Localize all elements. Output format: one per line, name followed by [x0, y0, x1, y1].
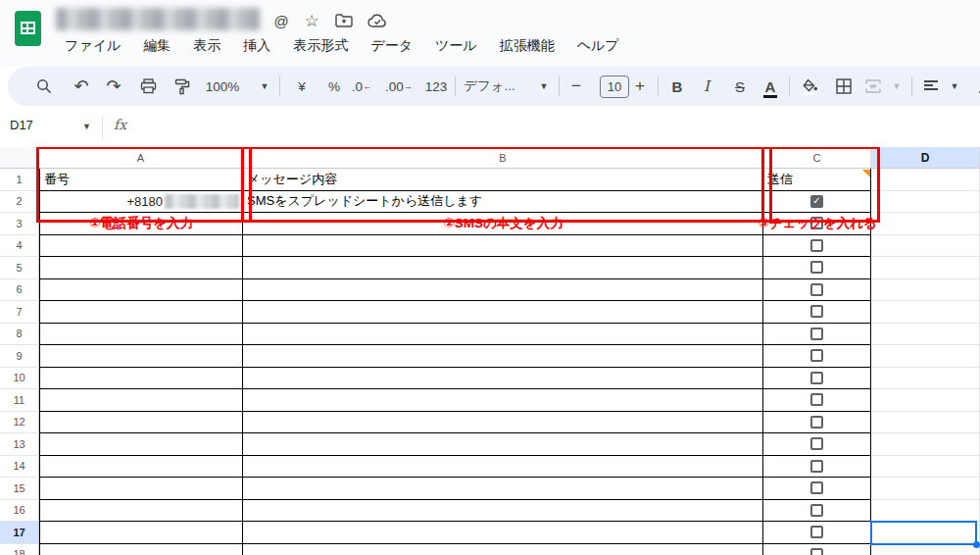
- row-header-13[interactable]: 13: [0, 433, 39, 456]
- row-header-9[interactable]: 9: [0, 345, 39, 368]
- cell-B7[interactable]: [243, 301, 763, 324]
- text-color-button[interactable]: A: [757, 73, 784, 100]
- cell-A12[interactable]: [39, 412, 243, 434]
- redo-icon[interactable]: ↷: [100, 73, 127, 100]
- paint-format-icon[interactable]: [169, 73, 196, 100]
- cell-B15[interactable]: [243, 478, 763, 500]
- cell-C1[interactable]: 送信: [763, 169, 871, 191]
- menu-item-0[interactable]: ファイル: [65, 37, 121, 59]
- align-dropdown-arrow[interactable]: ▼: [941, 73, 968, 100]
- cell-A14[interactable]: [39, 456, 243, 479]
- menu-item-5[interactable]: データ: [370, 37, 413, 59]
- cell-D14[interactable]: [871, 456, 980, 479]
- send-checkbox-unchecked[interactable]: [810, 349, 823, 362]
- cell-A15[interactable]: [39, 478, 243, 500]
- cell-D4[interactable]: [871, 235, 980, 258]
- vertical-align-icon[interactable]: [972, 73, 980, 100]
- cell-A2[interactable]: +8180: [39, 191, 243, 214]
- strikethrough-button[interactable]: S: [726, 73, 754, 100]
- name-box-dropdown-arrow[interactable]: ▼: [82, 122, 91, 131]
- decrease-decimal-button[interactable]: .0←: [348, 73, 375, 100]
- cell-A7[interactable]: [39, 301, 243, 324]
- cell-C17[interactable]: [763, 522, 871, 544]
- cell-B18[interactable]: [243, 544, 763, 555]
- cell-B4[interactable]: [243, 235, 763, 258]
- cell-A13[interactable]: [39, 433, 243, 456]
- cell-C8[interactable]: [763, 324, 871, 346]
- fill-handle[interactable]: [973, 541, 980, 548]
- cell-D6[interactable]: [871, 279, 980, 302]
- increase-decimal-button[interactable]: .00→: [382, 73, 416, 100]
- row-header-2[interactable]: 2: [0, 191, 39, 214]
- cell-B12[interactable]: [243, 412, 763, 434]
- cell-C10[interactable]: [763, 368, 871, 390]
- send-checkbox-unchecked[interactable]: [810, 305, 823, 318]
- cell-D15[interactable]: [871, 478, 980, 500]
- row-header-15[interactable]: 15: [0, 478, 39, 500]
- grid-corner[interactable]: [0, 147, 39, 169]
- row-header-5[interactable]: 5: [0, 257, 39, 279]
- row-header-10[interactable]: 10: [0, 368, 39, 390]
- cell-B13[interactable]: [243, 433, 763, 456]
- cell-A6[interactable]: [39, 279, 243, 302]
- cell-C18[interactable]: [763, 544, 871, 555]
- cell-D13[interactable]: [871, 433, 980, 456]
- cell-A9[interactable]: [39, 345, 243, 368]
- send-checkbox-unchecked[interactable]: [810, 526, 823, 538]
- name-box[interactable]: D17: [10, 118, 69, 132]
- italic-button[interactable]: I: [693, 73, 720, 100]
- row-header-8[interactable]: 8: [0, 324, 39, 346]
- cell-D16[interactable]: [871, 500, 980, 523]
- cell-C11[interactable]: [763, 389, 871, 412]
- move-folder-icon[interactable]: [333, 10, 355, 31]
- undo-icon[interactable]: ↶: [68, 73, 95, 100]
- column-header-B[interactable]: B: [243, 147, 763, 169]
- row-header-3[interactable]: 3: [0, 213, 39, 235]
- column-header-D[interactable]: D: [871, 147, 980, 169]
- note-indicator-icon[interactable]: [862, 170, 870, 177]
- search-icon[interactable]: [30, 73, 58, 100]
- row-header-17[interactable]: 17: [0, 522, 39, 544]
- cell-D8[interactable]: [871, 324, 980, 346]
- bold-button[interactable]: B: [663, 73, 691, 100]
- send-checkbox-unchecked[interactable]: [810, 548, 823, 555]
- column-header-C[interactable]: C: [763, 147, 871, 169]
- increase-font-size-button[interactable]: +: [626, 73, 654, 100]
- cell-C2[interactable]: ✓: [763, 191, 871, 214]
- cell-C5[interactable]: [763, 257, 871, 279]
- cell-D10[interactable]: [871, 368, 980, 390]
- cell-D1[interactable]: [871, 169, 980, 191]
- cell-D7[interactable]: [871, 301, 980, 324]
- cell-D11[interactable]: [871, 389, 980, 412]
- cell-B5[interactable]: [243, 257, 763, 279]
- send-checkbox-unchecked[interactable]: [810, 416, 823, 429]
- cloud-saved-icon[interactable]: [367, 10, 388, 31]
- row-header-18[interactable]: 18: [0, 544, 39, 555]
- sheets-logo-icon[interactable]: [15, 11, 41, 46]
- font-menu[interactable]: デフォ...: [464, 73, 524, 100]
- zoom-control[interactable]: 100%: [200, 73, 245, 100]
- column-header-A[interactable]: A: [39, 147, 243, 169]
- cell-A3[interactable]: [39, 213, 243, 235]
- cell-A18[interactable]: [39, 544, 243, 555]
- cell-A10[interactable]: [39, 368, 243, 390]
- cell-C3[interactable]: [763, 213, 871, 235]
- cell-B9[interactable]: [243, 345, 763, 368]
- send-checkbox-unchecked[interactable]: [810, 283, 823, 296]
- cell-B17[interactable]: [243, 522, 763, 544]
- row-header-14[interactable]: 14: [0, 456, 39, 479]
- more-formats-button[interactable]: 123: [422, 73, 450, 100]
- row-header-16[interactable]: 16: [0, 500, 39, 523]
- cell-A17[interactable]: [39, 522, 243, 544]
- cell-B14[interactable]: [243, 456, 763, 479]
- send-checkbox-unchecked[interactable]: [810, 504, 823, 517]
- cell-C9[interactable]: [763, 345, 871, 368]
- row-header-7[interactable]: 7: [0, 301, 39, 324]
- cell-B10[interactable]: [243, 368, 763, 390]
- fill-color-icon[interactable]: [796, 73, 823, 100]
- percent-format-button[interactable]: %: [320, 73, 348, 100]
- cell-C7[interactable]: [763, 301, 871, 324]
- row-header-6[interactable]: 6: [0, 279, 39, 302]
- cell-D18[interactable]: [871, 544, 980, 555]
- menu-item-6[interactable]: ツール: [435, 37, 477, 59]
